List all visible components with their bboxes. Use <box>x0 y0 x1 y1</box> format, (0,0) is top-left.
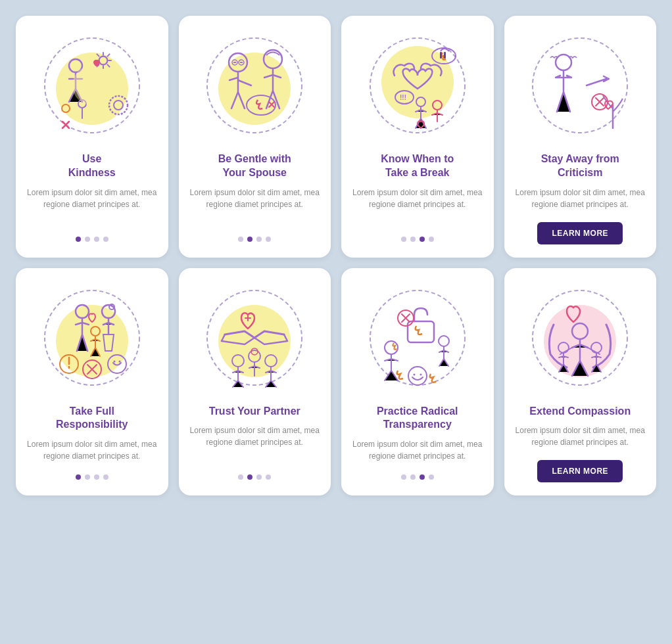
dot-4 <box>266 237 271 242</box>
illustration-transparency <box>358 279 477 397</box>
card-body-trust: Lorem ipsum dolor sit dim amet, mea regi… <box>189 425 321 448</box>
dots-use-kindness <box>76 237 108 242</box>
svg-point-48 <box>385 341 398 354</box>
dot-1 <box>76 474 81 480</box>
svg-point-50 <box>408 367 427 385</box>
card-compassion: Extend Compassion Lorem ipsum dolor sit … <box>504 268 657 496</box>
dots-transparency <box>401 474 434 480</box>
dot-1 <box>76 237 81 242</box>
dots-be-gentle <box>238 237 271 242</box>
card-stay-away: Stay Away fromCriticism Lorem ipsum dolo… <box>504 16 657 258</box>
card-take-break: !!! Know When toTake a Break Lorem ipsum… <box>341 16 494 258</box>
dot-2 <box>85 474 90 480</box>
dot-3 <box>256 474 262 480</box>
card-body-transparency: Lorem ipsum dolor sit dim amet, mea regi… <box>352 438 483 462</box>
dot-4 <box>103 237 108 242</box>
illustration-responsibility <box>33 279 151 397</box>
dot-4 <box>103 474 108 480</box>
dot-2 <box>410 474 416 480</box>
dot-1 <box>401 237 406 242</box>
illustration-take-break: !!! <box>358 26 477 145</box>
learn-more-button-compassion[interactable]: LEARN MORE <box>537 460 623 482</box>
card-title-trust: Trust Your Partner <box>209 405 300 419</box>
card-body-use-kindness: Lorem ipsum dolor sit dim amet, mea regi… <box>26 187 158 210</box>
illustration-be-gentle <box>195 26 314 145</box>
dot-3 <box>256 237 262 242</box>
card-transparency: Practice RadicalTransparency Lorem ipsum… <box>341 268 494 496</box>
svg-rect-46 <box>408 321 434 342</box>
card-title-be-gentle: Be Gentle withYour Spouse <box>218 152 291 180</box>
dot-3 <box>94 237 99 242</box>
learn-more-button-stay-away[interactable]: LEARN MORE <box>537 222 623 244</box>
card-body-stay-away: Lorem ipsum dolor sit dim amet, mea regi… <box>515 187 646 210</box>
dot-4 <box>266 474 271 480</box>
card-be-gentle: Be Gentle withYour Spouse Lorem ipsum do… <box>179 16 331 258</box>
dot-1 <box>401 474 406 480</box>
card-title-take-break: Know When toTake a Break <box>381 152 454 180</box>
card-title-compassion: Extend Compassion <box>529 405 631 419</box>
svg-point-45 <box>370 290 465 385</box>
card-title-stay-away: Stay Away fromCriticism <box>541 152 619 180</box>
card-responsibility: Take FullResponsibility Lorem ipsum dolo… <box>16 268 168 496</box>
card-use-kindness: UseKindness Lorem ipsum dolor sit dim am… <box>16 16 168 258</box>
dot-4 <box>429 237 434 242</box>
card-trust: Trust Your Partner Lorem ipsum dolor sit… <box>179 268 331 496</box>
dot-3 <box>420 237 425 242</box>
svg-point-52 <box>420 373 421 375</box>
dot-3 <box>420 474 425 480</box>
dot-1 <box>238 237 243 242</box>
dots-responsibility <box>76 474 108 480</box>
dots-trust <box>238 474 271 480</box>
card-title-transparency: Practice RadicalTransparency <box>377 405 458 432</box>
dot-2 <box>410 237 416 242</box>
illustration-stay-away <box>521 26 639 145</box>
svg-point-51 <box>413 373 415 375</box>
card-title-responsibility: Take FullResponsibility <box>56 405 128 432</box>
svg-text:!!!: !!! <box>400 94 406 101</box>
illustration-trust <box>195 279 314 397</box>
dot-2 <box>247 237 252 242</box>
svg-point-8 <box>72 66 112 105</box>
card-grid: UseKindness Lorem ipsum dolor sit dim am… <box>16 16 656 495</box>
svg-point-38 <box>118 360 120 362</box>
svg-rect-20 <box>444 52 446 58</box>
card-title-use-kindness: UseKindness <box>68 152 116 180</box>
illustration-compassion <box>521 279 639 397</box>
dot-3 <box>94 474 99 480</box>
dots-take-break <box>401 237 434 242</box>
dot-2 <box>247 474 252 480</box>
card-body-compassion: Lorem ipsum dolor sit dim amet, mea regi… <box>515 425 646 448</box>
svg-point-37 <box>113 360 115 362</box>
card-body-be-gentle: Lorem ipsum dolor sit dim amet, mea regi… <box>189 187 321 210</box>
svg-rect-19 <box>440 52 442 58</box>
card-body-take-break: Lorem ipsum dolor sit dim amet, mea regi… <box>352 187 483 210</box>
dot-4 <box>429 474 434 480</box>
dot-1 <box>238 474 243 480</box>
card-body-responsibility: Lorem ipsum dolor sit dim amet, mea regi… <box>26 438 158 462</box>
illustration-use-kindness <box>33 26 151 145</box>
svg-point-49 <box>439 336 449 346</box>
dot-2 <box>85 237 90 242</box>
